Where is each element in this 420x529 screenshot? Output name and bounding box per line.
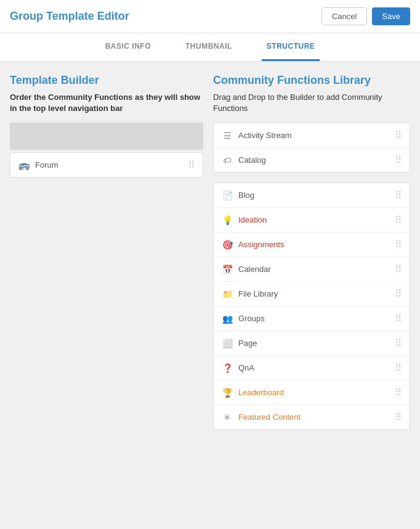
groups-label: Groups [238,314,265,323]
main-content: Template Builder Order the Community Fun… [0,62,420,445]
activity-stream-label: Activity Stream [238,131,292,140]
catalog-drag[interactable] [395,154,402,166]
blog-drag[interactable] [395,189,402,201]
tab-thumbnail[interactable]: THUMBNAIL [180,33,237,61]
featured-content-drag[interactable] [395,411,402,423]
library-item-file-library[interactable]: 📁 File Library [214,282,410,306]
library-item-calendar[interactable]: 📅 Calendar [214,257,410,282]
activity-stream-icon: ☰ [221,131,233,141]
catalog-icon: 🏷 [221,155,233,165]
library: Community Functions Library Drag and Dro… [213,74,410,432]
tab-basic-info[interactable]: BASIC INFO [100,33,156,61]
library-desc: Drag and Drop to the Builder to add Comm… [213,92,410,114]
builder-item-forum[interactable]: 🚌 Forum [10,152,203,178]
calendar-drag[interactable] [395,263,402,275]
assignments-icon: 🎯 [221,240,233,250]
library-item-page[interactable]: ⬜ Page [214,331,410,356]
library-item-activity-stream[interactable]: ☰ Activity Stream [214,123,410,148]
page-label: Page [238,338,257,348]
leaderboard-icon: 🏆 [221,388,233,398]
library-item-qna[interactable]: ❓ QnA [214,356,410,380]
blog-icon: 📄 [221,191,233,200]
library-title: Community Functions Library [213,74,410,87]
save-button[interactable]: Save [372,7,410,25]
groups-icon: 👥 [221,314,233,324]
page-drag[interactable] [395,337,402,349]
library-item-blog[interactable]: 📄 Blog [214,183,410,208]
page-icon: ⬜ [221,338,233,348]
activity-stream-drag[interactable] [395,129,402,141]
template-builder-desc: Order the Community Functions as they wi… [10,92,203,114]
catalog-label: Catalog [238,155,266,165]
page-title: Group Template Editor [10,10,129,23]
file-library-label: File Library [238,289,278,298]
forum-icon: 🚌 [18,160,30,171]
library-item-ideation[interactable]: 💡 Ideation [214,208,410,232]
template-builder-title: Template Builder [10,74,203,87]
forum-label: Forum [35,160,59,170]
file-library-icon: 📁 [221,289,233,299]
calendar-label: Calendar [238,264,271,274]
template-builder: Template Builder Order the Community Fun… [10,74,203,432]
calendar-icon: 📅 [221,264,233,274]
library-group-1: ☰ Activity Stream 🏷 Catalog [213,123,410,173]
header-actions: Cancel Save [321,7,410,25]
library-item-assignments[interactable]: 🎯 Assignments [214,232,410,257]
groups-drag[interactable] [395,313,402,324]
qna-label: QnA [238,363,254,372]
tab-structure[interactable]: STRUCTURE [262,33,320,61]
library-item-catalog[interactable]: 🏷 Catalog [214,148,410,172]
featured-content-label: Featured Content [238,412,301,422]
leaderboard-label: Leaderboard [238,388,284,397]
qna-drag[interactable] [395,362,402,374]
cancel-button[interactable]: Cancel [321,7,367,25]
library-group-2: 📄 Blog 💡 Ideation 🎯 Assignments [213,182,410,430]
qna-icon: ❓ [221,363,233,373]
drop-zone[interactable] [10,123,203,150]
featured-content-icon: ✳ [221,412,233,422]
forum-drag-handle[interactable] [188,159,195,171]
assignments-drag[interactable] [395,239,402,250]
leaderboard-drag[interactable] [395,387,402,398]
assignments-label: Assignments [238,240,284,249]
ideation-drag[interactable] [395,214,402,226]
tabs: BASIC INFO THUMBNAIL STRUCTURE [0,33,420,62]
header: Group Template Editor Cancel Save [0,0,420,33]
ideation-label: Ideation [238,215,267,224]
library-item-groups[interactable]: 👥 Groups [214,306,410,331]
file-library-drag[interactable] [395,288,402,300]
library-item-featured-content[interactable]: ✳ Featured Content [214,405,410,429]
blog-label: Blog [238,191,254,200]
ideation-icon: 💡 [221,215,233,225]
library-item-leaderboard[interactable]: 🏆 Leaderboard [214,380,410,405]
